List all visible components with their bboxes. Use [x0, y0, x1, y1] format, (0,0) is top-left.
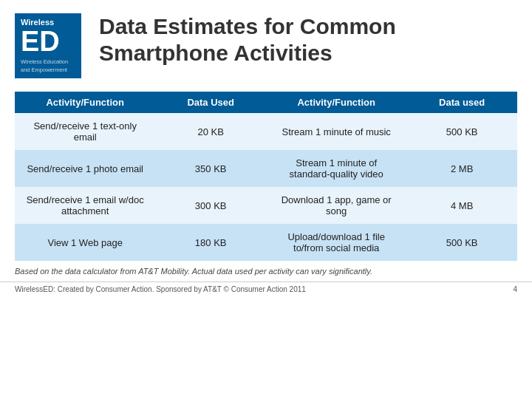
- cell-activity1: Send/receive 1 photo email: [15, 150, 155, 187]
- cell-data1: 20 KB: [155, 113, 266, 150]
- table-row: View 1 Web page 180 KB Upload/download 1…: [15, 224, 517, 261]
- title-area: Data Estimates for Common Smartphone Act…: [81, 13, 510, 66]
- cell-data2: 500 KB: [406, 224, 517, 261]
- logo-tagline: Wireless Educationand Empowerment: [21, 58, 75, 74]
- header: Wireless ED Wireless Educationand Empowe…: [0, 0, 532, 86]
- cell-activity2: Download 1 app, game or song: [266, 187, 406, 224]
- cell-data1: 300 KB: [155, 187, 266, 224]
- cell-activity2: Upload/download 1 file to/from social me…: [266, 224, 406, 261]
- col-header-data2: Data used: [406, 92, 517, 113]
- col-header-activity1: Activity/Function: [15, 92, 155, 113]
- cell-data2: 500 KB: [406, 113, 517, 150]
- cell-activity1: Send/receive 1 email w/doc attachment: [15, 187, 155, 224]
- cell-activity2: Stream 1 minute of standard-quality vide…: [266, 150, 406, 187]
- table-row: Send/receive 1 text-only email 20 KB Str…: [15, 113, 517, 150]
- footer-page: 4: [513, 285, 517, 293]
- footer-bar: WirelessED: Created by Consumer Action. …: [0, 282, 532, 296]
- cell-data2: 2 MB: [406, 150, 517, 187]
- data-table: Activity/Function Data Used Activity/Fun…: [15, 92, 517, 261]
- table-header-row: Activity/Function Data Used Activity/Fun…: [15, 92, 517, 113]
- page-title: Data Estimates for Common Smartphone Act…: [99, 13, 510, 66]
- col-header-activity2: Activity/Function: [266, 92, 406, 113]
- table-row: Send/receive 1 email w/doc attachment 30…: [15, 187, 517, 224]
- table-row: Send/receive 1 photo email 350 KB Stream…: [15, 150, 517, 187]
- logo: Wireless ED Wireless Educationand Empowe…: [15, 13, 81, 78]
- col-header-data1: Data Used: [155, 92, 266, 113]
- cell-activity2: Stream 1 minute of music: [266, 113, 406, 150]
- cell-data2: 4 MB: [406, 187, 517, 224]
- cell-data1: 180 KB: [155, 224, 266, 261]
- footer-credit: WirelessED: Created by Consumer Action. …: [15, 285, 306, 293]
- footer-note: Based on the data calculator from AT&T M…: [0, 261, 532, 279]
- cell-data1: 350 KB: [155, 150, 266, 187]
- cell-activity1: View 1 Web page: [15, 224, 155, 261]
- data-table-wrapper: Activity/Function Data Used Activity/Fun…: [0, 92, 532, 261]
- logo-ed: ED: [21, 27, 75, 55]
- cell-activity1: Send/receive 1 text-only email: [15, 113, 155, 150]
